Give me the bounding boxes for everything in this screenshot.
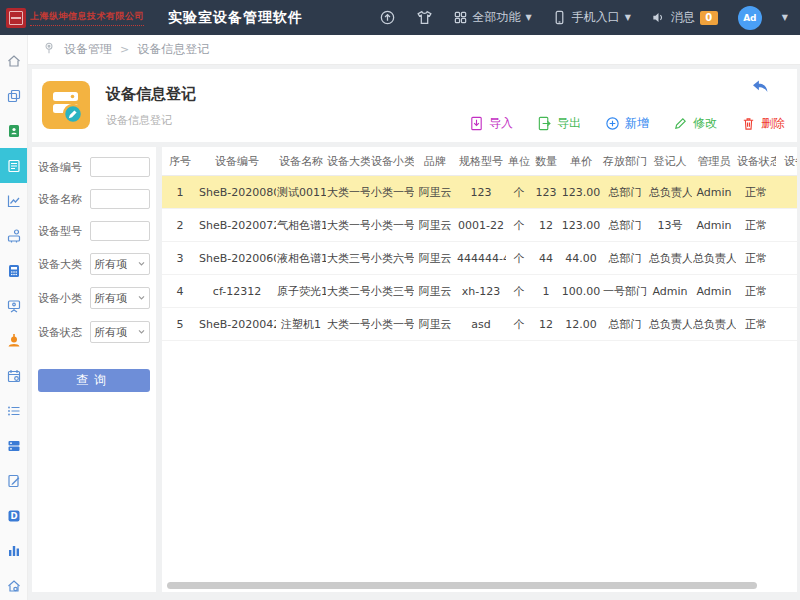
table-cell: 大类一号	[326, 308, 370, 341]
table-row[interactable]: 4cf-12312原子荧光1大类二号小类三号阿里云xh-123个1100.00一…	[162, 275, 797, 308]
add-button[interactable]: 新增	[605, 115, 649, 132]
delete-icon	[741, 116, 756, 131]
sidebar-item-personnel-book[interactable]	[0, 113, 27, 148]
table-cell: 大类二号	[326, 275, 370, 308]
filter-row-device-subcategory: 设备小类所有项	[38, 287, 150, 309]
export-button-label: 导出	[557, 115, 581, 132]
sidebar-item-calendar[interactable]	[0, 358, 27, 393]
table-row[interactable]: 3SheB-20200602002液相色谱1大类三号小类六号阿里云444444-…	[162, 242, 797, 275]
home-ring-icon	[6, 578, 22, 594]
filter-panel: 设备编号设备名称设备型号设备大类所有项设备小类所有项设备状态所有项查询	[32, 147, 156, 592]
device-register-icon	[6, 158, 22, 174]
user-avatar[interactable]: Ad	[738, 6, 762, 30]
table-cell: 测试0011	[276, 176, 326, 209]
device-subcategory-select[interactable]: 所有项	[90, 287, 150, 309]
cloud-upload-icon[interactable]	[379, 9, 396, 26]
add-button-label: 新增	[625, 115, 649, 132]
table-cell: 个	[506, 176, 532, 209]
column-header: 设备编号	[198, 147, 276, 176]
table-cell: 总部门	[602, 209, 648, 242]
table-cell: 正常	[736, 209, 776, 242]
table-cell: 大类一号	[326, 209, 370, 242]
company-name: 上海纵坤信息技术有限公司	[30, 10, 144, 26]
filter-row-device-category: 设备大类所有项	[38, 253, 150, 275]
back-arrow-icon[interactable]	[751, 77, 769, 99]
query-button[interactable]: 查询	[38, 369, 150, 392]
sidebar-item-bar-chart[interactable]	[0, 533, 27, 568]
table-cell: 总负责人2	[648, 308, 692, 341]
delete-button[interactable]: 删除	[741, 115, 785, 132]
device-table-card: 序号设备编号设备名称设备大类设备小类品牌规格型号单位数量单价存放部门登记人管理员…	[162, 147, 797, 592]
sidebar-item-list[interactable]	[0, 393, 27, 428]
mobile-entry-menu[interactable]: 手机入口 ▼	[552, 9, 631, 26]
table-row[interactable]: 5SheB-20200424001注塑机1大类一号小类一号阿里云asd个1212…	[162, 308, 797, 341]
device-category-select[interactable]: 所有项	[90, 253, 150, 275]
table-cell: 普	[776, 209, 797, 242]
grid-icon	[453, 10, 468, 25]
user-menu-caret-icon[interactable]: ▼	[782, 13, 788, 22]
sidebar-item-statistics[interactable]	[0, 183, 27, 218]
edit-button[interactable]: 修改	[673, 115, 717, 132]
sidebar-item-document-edit[interactable]	[0, 463, 27, 498]
table-cell: asd	[456, 308, 506, 341]
presentation-icon	[6, 298, 22, 314]
sidebar-item-home-ring[interactable]	[0, 568, 27, 600]
table-cell: 总负责人2	[648, 176, 692, 209]
company-seal-icon	[6, 8, 26, 28]
table-cell: Admin	[648, 275, 692, 308]
table-cell: 个	[506, 308, 532, 341]
device-model-input[interactable]	[90, 221, 150, 241]
sidebar-item-device-register[interactable]	[0, 148, 27, 183]
phone-icon	[552, 10, 567, 25]
device-register-page-icon	[42, 81, 90, 129]
sidebar-item-presentation[interactable]	[0, 288, 27, 323]
column-header: 规格型号	[456, 147, 506, 176]
table-row[interactable]: 2SheB-20200720002气相色谱1大类一号小类一号阿里云0001-22…	[162, 209, 797, 242]
sidebar-item-copy[interactable]	[0, 78, 27, 113]
table-cell: 注塑机1	[276, 308, 326, 341]
caret-down-icon: ▼	[625, 13, 631, 22]
message-count-badge: 0	[700, 11, 718, 25]
sidebar-item-calculator[interactable]	[0, 253, 27, 288]
table-cell: 总部门	[602, 308, 648, 341]
table-cell: 1	[532, 275, 560, 308]
all-functions-menu[interactable]: 全部功能 ▼	[453, 9, 532, 26]
table-cell: 4	[162, 275, 198, 308]
column-header: 设备小类	[370, 147, 414, 176]
table-cell: 总负责人2	[648, 242, 692, 275]
device-status-select[interactable]: 所有项	[90, 321, 150, 343]
table-cell: 大类三号	[326, 242, 370, 275]
column-header: 单位	[506, 147, 532, 176]
sidebar-item-user-workstation[interactable]	[0, 218, 27, 253]
table-cell: 123	[532, 176, 560, 209]
server-icon	[6, 438, 22, 454]
filter-label: 设备状态	[38, 325, 86, 340]
device-no-input[interactable]	[90, 157, 150, 177]
horizontal-scrollbar-thumb[interactable]	[167, 582, 757, 589]
export-button[interactable]: 导出	[537, 115, 581, 132]
column-header: 存放部门	[602, 147, 648, 176]
import-button[interactable]: 导入	[469, 115, 513, 132]
table-cell: 正常	[736, 275, 776, 308]
filter-label: 设备编号	[38, 160, 86, 175]
device-name-input[interactable]	[90, 189, 150, 209]
sidebar-item-server[interactable]	[0, 428, 27, 463]
edit-button-label: 修改	[693, 115, 717, 132]
table-cell: 阿里云	[414, 275, 456, 308]
sidebar: D	[0, 35, 28, 600]
sidebar-item-d-calendar[interactable]: D	[0, 498, 27, 533]
sidebar-item-home[interactable]	[0, 43, 27, 78]
table-cell: 阿里云	[414, 176, 456, 209]
table-cell: SheB-20200602002	[198, 242, 276, 275]
breadcrumb-item[interactable]: 设备管理	[64, 41, 112, 58]
theme-shirt-icon[interactable]	[416, 9, 433, 26]
sidebar-item-instrument[interactable]	[0, 323, 27, 358]
page-title: 设备信息登记	[106, 85, 196, 104]
chevron-down-icon	[137, 292, 146, 305]
table-row[interactable]: 1SheB-20200806001测试0011大类一号小类一号阿里云123个12…	[162, 176, 797, 209]
breadcrumb-separator: >	[120, 43, 129, 56]
messages-menu[interactable]: 消息 0	[651, 9, 718, 26]
book-user-icon	[6, 123, 22, 139]
home-icon	[6, 53, 22, 69]
table-cell: 总负责人	[692, 242, 736, 275]
